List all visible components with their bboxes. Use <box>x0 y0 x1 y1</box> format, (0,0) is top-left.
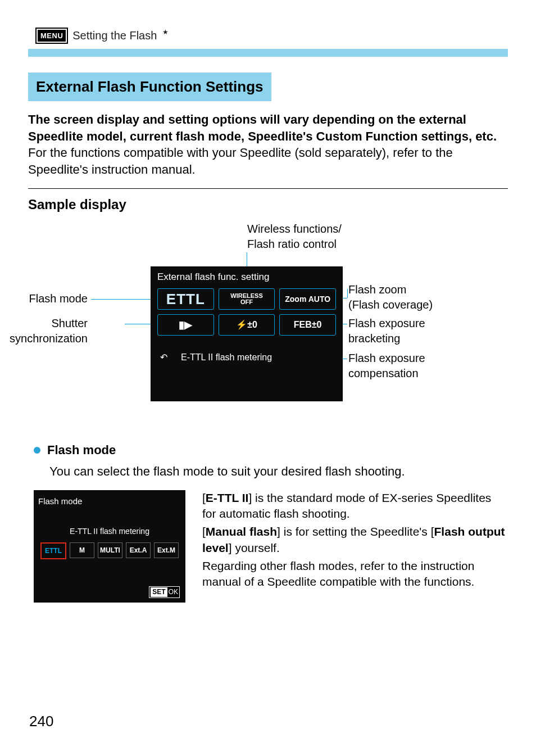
flash-mode-heading: Flash mode <box>28 442 508 459</box>
sample-figure: Wireless functions/ Flash ratio control … <box>28 221 508 429</box>
callout-wireless: Wireless functions/ Flash ratio control <box>247 221 342 252</box>
intro-text: The screen display and setting options w… <box>28 111 508 178</box>
callout-shutter-sync: Shutter synchronization <box>10 316 88 346</box>
ok-label: OK <box>169 587 178 596</box>
menu-badge: MENU <box>37 29 67 43</box>
lcd-zoom: Zoom AUTO <box>279 288 336 310</box>
txt-bold: Manual flash <box>206 525 277 538</box>
lcd-wireless: WIRELESS OFF <box>219 288 275 310</box>
page-number: 240 <box>29 712 53 731</box>
intro-bold: The screen display and setting options w… <box>28 112 497 143</box>
breadcrumb: MENU Setting the Flash ★ <box>28 28 508 43</box>
callout-feb: Flash exposure bracketing <box>348 316 425 346</box>
opt-multi[interactable]: MULTI <box>98 542 122 558</box>
opt-ettl[interactable]: ETTL <box>40 542 66 559</box>
lcd-flash-mode: Flash mode E-TTL II flash metering ETTL … <box>34 490 185 603</box>
lcd-comp: ⚡±0 <box>219 314 275 336</box>
set-label: SET <box>151 587 167 596</box>
txt: Regarding other flash modes, refer to th… <box>202 558 508 590</box>
lcd2-subtitle: E-TTL II flash metering <box>36 509 183 542</box>
lcd-status: E-TTL II flash metering <box>181 351 272 364</box>
set-ok[interactable]: SET OK <box>149 586 180 597</box>
callout-fec: Flash exposure compensation <box>348 351 425 381</box>
txt: ] yourself. <box>229 541 280 554</box>
lcd-ettl: ETTL <box>157 288 214 310</box>
sample-heading: Sample display <box>28 196 508 214</box>
callout-flash-mode: Flash mode <box>29 291 88 306</box>
opt-exta[interactable]: Ext.A <box>126 542 151 558</box>
bullet-icon <box>34 447 40 454</box>
txt: ] is for setting the Speedlite's [ <box>277 525 434 538</box>
section-title: External Flash Function Settings <box>28 73 271 101</box>
flash-mode-lead: You can select the flash mode to suit yo… <box>49 463 508 480</box>
lcd-wireless-bottom: OFF <box>230 299 262 306</box>
callout-flash-zoom: Flash zoom (Flash coverage) <box>348 282 433 313</box>
lcd-title: External flash func. setting <box>152 268 342 286</box>
lcd-sync: ▮▶ <box>157 314 214 336</box>
flash-mode-text: [E-TTL II] is the standard mode of EX-se… <box>202 490 508 592</box>
opt-m[interactable]: M <box>70 542 94 558</box>
lcd2-title: Flash mode <box>36 496 183 509</box>
leader-line <box>91 299 158 300</box>
header-strip <box>28 49 508 57</box>
back-icon: ↶ <box>154 350 173 365</box>
divider <box>28 188 508 189</box>
txt-bold: E-TTL II <box>206 491 249 504</box>
flash-mode-label: Flash mode <box>47 442 116 459</box>
star-icon: ★ <box>162 28 169 37</box>
opt-extm[interactable]: Ext.M <box>154 542 179 558</box>
lcd-feb: FEB±0 <box>279 314 336 336</box>
header-title: Setting the Flash <box>72 28 157 43</box>
intro-rest: For the functions compatible with your S… <box>28 146 453 176</box>
lcd-sample: External flash func. setting ETTL WIRELE… <box>151 266 343 401</box>
leader-line <box>347 289 348 298</box>
